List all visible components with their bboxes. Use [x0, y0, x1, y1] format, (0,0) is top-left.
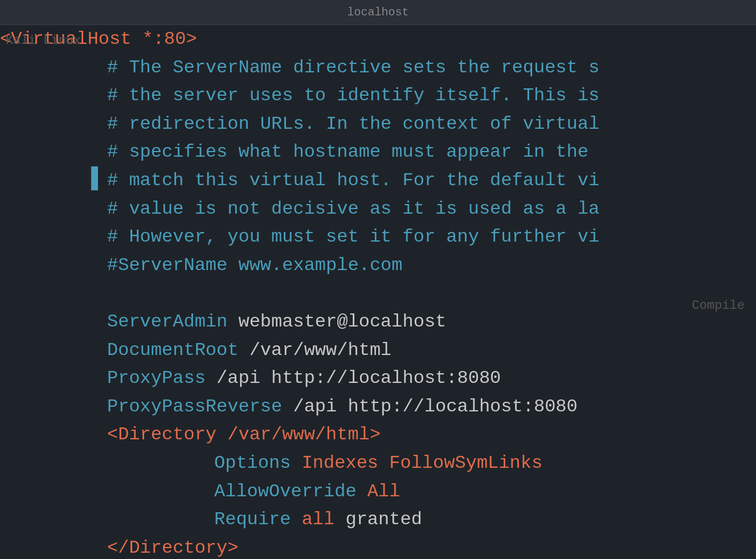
line-virtualhost: <VirtualHost *:80> [0, 25, 756, 54]
code-token: /api http://localhost:8080 [206, 368, 501, 389]
code-token: Options [214, 452, 291, 474]
line-empty1 [0, 279, 756, 308]
code-token: AllowOverride [214, 481, 357, 502]
lines-container: <VirtualHost *:80># The ServerName direc… [0, 25, 756, 559]
code-token: *:80> [131, 28, 197, 50]
line-allowoverride: AllowOverride All [0, 478, 756, 506]
line-comment4: # specifies what hostname must appear in… [0, 138, 756, 166]
top-bar-label: localhost [347, 6, 408, 19]
line-directory-open: <Directory /var/www/html> [0, 421, 756, 449]
code-token: All [357, 481, 401, 502]
line-comment1: # The ServerName directive sets the requ… [0, 54, 756, 82]
code-token: <VirtualHost [0, 28, 131, 50]
line-proxypass: ProxyPass /api http://localhost:8080 [0, 364, 756, 393]
line-comment2: # the server uses to identify itself. Th… [0, 81, 756, 110]
line-documentroot: DocumentRoot /var/www/html [0, 336, 756, 365]
line-options: Options Indexes FollowSymLinks [0, 449, 756, 478]
top-bar: localhost [0, 0, 756, 25]
code-token: granted [334, 509, 422, 530]
code-token: # specifies what hostname must appear in… [107, 141, 589, 162]
code-token: ServerAdmin [107, 311, 227, 332]
code-token: <Directory [107, 424, 216, 445]
line-directory-close: </Directory> [0, 534, 756, 559]
code-token: # The ServerName directive sets the requ… [107, 57, 599, 78]
code-token: # redirection URLs. In the context of vi… [107, 113, 599, 134]
code-token: /var/www/html> [216, 424, 381, 445]
code-token: ProxyPass [107, 368, 206, 389]
code-token: /api http://localhost:8080 [282, 396, 577, 417]
code-token: </Directory> [107, 537, 238, 558]
text-cursor [91, 166, 98, 190]
line-require: Require all granted [0, 505, 756, 534]
code-token: webmaster@localhost [227, 311, 446, 332]
line-comment6: # value is not decisive as it is used as… [0, 195, 756, 223]
code-token: # match this virtual host. For the defau… [107, 170, 599, 191]
line-serveradmin: ServerAdmin webmaster@localhost [0, 308, 756, 336]
code-token: # the server uses to identify itself. Th… [107, 85, 599, 106]
code-token: # value is not decisive as it is used as… [107, 198, 599, 219]
code-token: #ServerName [107, 255, 227, 276]
code-token: www.example.com [227, 255, 402, 276]
code-token: all [291, 509, 334, 530]
code-token: Indexes FollowSymLinks [291, 452, 542, 474]
code-token: DocumentRoot [107, 340, 238, 361]
code-token: /var/www/html [238, 340, 391, 361]
line-servername: #ServerName www.example.com [0, 251, 756, 280]
code-editor: localhost <VirtualHost *:80># The Server… [0, 0, 756, 559]
line-proxypassreverse: ProxyPassReverse /api http://localhost:8… [0, 393, 756, 421]
code-token: Require [214, 509, 291, 530]
code-token: # However, you must set it for any furth… [107, 226, 599, 247]
code-token: ProxyPassReverse [107, 396, 282, 417]
line-comment5: # match this virtual host. For the defau… [0, 166, 756, 195]
line-comment7: # However, you must set it for any furth… [0, 223, 756, 251]
line-comment3: # redirection URLs. In the context of vi… [0, 110, 756, 138]
